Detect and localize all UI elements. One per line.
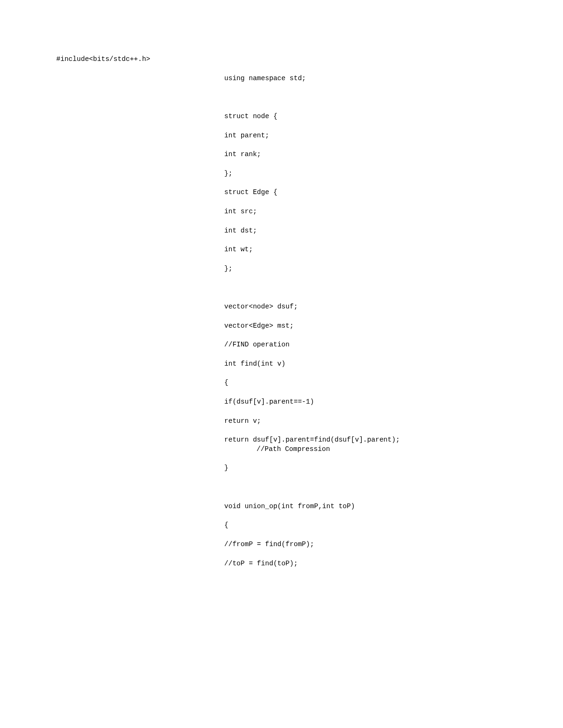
code-line: //toP = find(toP);	[224, 559, 507, 569]
code-line: vector<node> dsuf;	[224, 302, 507, 312]
code-line: return dsuf[v].parent=find(dsuf[v].paren…	[224, 435, 507, 445]
code-line: int find(int v)	[224, 360, 507, 369]
code-line: };	[224, 264, 507, 274]
code-line: using namespace std;	[224, 74, 507, 83]
code-line: vector<Edge> mst;	[224, 322, 507, 331]
code-line: int wt;	[224, 245, 507, 255]
code-line: };	[224, 169, 507, 179]
code-line: void union_op(int fromP,int toP)	[224, 502, 507, 511]
code-line: #include<bits/stdc++.h>	[56, 55, 507, 64]
code-line: }	[224, 464, 507, 473]
code-line: struct Edge {	[224, 188, 507, 197]
code-line: {	[224, 378, 507, 388]
code-line: //Path Compression	[252, 445, 507, 454]
code-line: struct node {	[224, 112, 507, 121]
code-line: int src;	[224, 207, 507, 217]
code-line: int parent;	[224, 131, 507, 141]
code-line: int dst;	[224, 226, 507, 236]
code-line: return v;	[224, 417, 507, 426]
code-line: if(dsuf[v].parent==-1)	[224, 398, 507, 407]
code-line: //FIND operation	[224, 340, 507, 350]
code-line: int rank;	[224, 150, 507, 159]
code-line: //fromP = find(fromP);	[224, 540, 507, 549]
code-line: {	[224, 521, 507, 530]
